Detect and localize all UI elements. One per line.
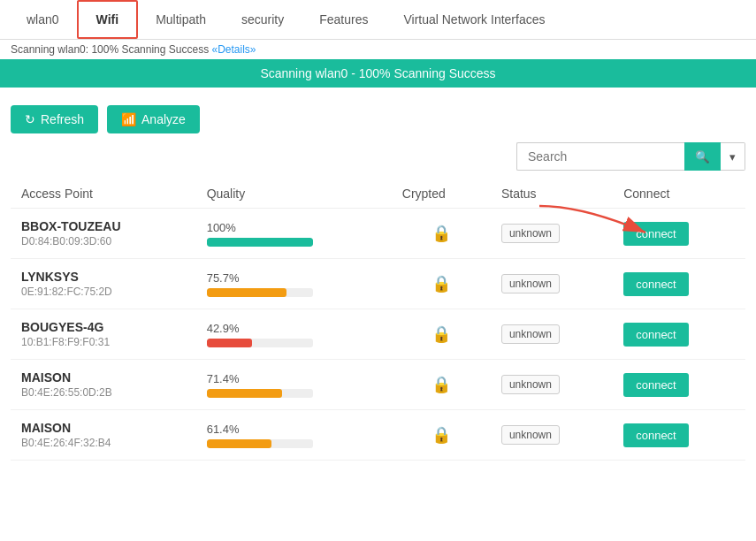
quality-cell: 100%: [196, 209, 392, 259]
table-row: MAISONB0:4E:26:4F:32:B4 61.4% 🔒unknownco…: [11, 410, 745, 461]
toolbar: ↻ Refresh 📶 Analyze: [0, 96, 756, 142]
search-button[interactable]: 🔍: [684, 142, 721, 171]
col-header-status: Status: [491, 179, 613, 209]
status-cell: unknown: [491, 209, 613, 259]
quality-bar-bg: [207, 439, 313, 448]
connect-cell: connect: [613, 410, 745, 461]
status-cell: unknown: [491, 410, 613, 461]
lock-icon: 🔒: [402, 274, 480, 293]
search-icon: 🔍: [695, 150, 710, 164]
quality-bar: [207, 339, 252, 347]
quality-bar-bg: [207, 389, 313, 398]
crypted-cell: 🔒: [392, 259, 491, 309]
table-wrapper: Access Point Quality Crypted Status Conn…: [0, 179, 756, 461]
details-link[interactable]: «Details»: [212, 43, 256, 56]
access-point-cell: MAISONB0:4E:26:4F:32:B4: [11, 410, 196, 461]
crypted-cell: 🔒: [392, 209, 491, 259]
crypted-cell: 🔒: [392, 360, 491, 410]
col-header-connect: Connect: [613, 179, 745, 209]
quality-bar-bg: [207, 238, 313, 247]
analyze-button[interactable]: 📶 Analyze: [107, 105, 200, 133]
ap-mac: 10:B1:F8:F9:F0:31: [21, 336, 186, 348]
ap-name: MAISON: [21, 421, 186, 435]
ap-mac: D0:84:B0:09:3D:60: [21, 235, 186, 248]
access-point-cell: BBOX-TOUZEAUD0:84:B0:09:3D:60: [11, 209, 196, 259]
col-header-ap: Access Point: [11, 179, 196, 209]
quality-bar: [207, 389, 283, 398]
ap-name: BOUGYES-4G: [21, 320, 186, 334]
col-header-crypted: Crypted: [392, 179, 491, 209]
quality-cell: 71.4%: [196, 360, 392, 410]
table-row: LYNKSYS0E:91:82:FC:75:2D 75.7% 🔒unknownc…: [11, 259, 745, 309]
status-badge: unknown: [501, 425, 560, 445]
scanning-banner: Scanning wlan0 - 100% Scanning Success: [0, 59, 756, 88]
connect-button[interactable]: connect: [623, 323, 689, 347]
ap-mac: B0:4E:26:55:0D:2B: [21, 386, 186, 399]
lock-icon: 🔒: [402, 375, 480, 394]
chevron-down-icon: ▾: [729, 150, 736, 164]
quality-percent: 42.9%: [207, 322, 381, 335]
connect-cell: connect: [613, 309, 745, 360]
connect-button[interactable]: connect: [623, 222, 689, 246]
table-row: BOUGYES-4G10:B1:F8:F9:F0:31 42.9% 🔒unkno…: [11, 309, 745, 360]
lock-icon: 🔒: [402, 224, 480, 243]
status-badge: unknown: [501, 274, 560, 293]
connect-cell: connect: [613, 360, 745, 410]
ap-name: BBOX-TOUZEAU: [21, 219, 186, 233]
status-badge: unknown: [501, 324, 560, 344]
access-point-cell: MAISONB0:4E:26:55:0D:2B: [11, 360, 196, 410]
status-cell: unknown: [491, 309, 613, 360]
tab-security[interactable]: security: [224, 2, 302, 37]
tab-wlan0[interactable]: wlan0: [9, 2, 77, 37]
ap-mac: 0E:91:82:FC:75:2D: [21, 286, 186, 298]
quality-percent: 61.4%: [207, 423, 381, 436]
crypted-cell: 🔒: [392, 309, 491, 360]
tab-bar: wlan0 Wifi Multipath security Features V…: [0, 0, 756, 40]
connect-button[interactable]: connect: [623, 272, 689, 296]
ap-mac: B0:4E:26:4F:32:B4: [21, 437, 186, 449]
ap-name: LYNKSYS: [21, 270, 186, 284]
quality-cell: 42.9%: [196, 309, 392, 360]
wifi-table: Access Point Quality Crypted Status Conn…: [11, 179, 745, 461]
connect-cell: connect: [613, 209, 745, 259]
table-row: MAISONB0:4E:26:55:0D:2B 71.4% 🔒unknownco…: [11, 360, 745, 410]
lock-icon: 🔒: [402, 324, 480, 344]
table-row: BBOX-TOUZEAUD0:84:B0:09:3D:60 100% 🔒unkn…: [11, 209, 745, 259]
search-dropdown-button[interactable]: ▾: [721, 142, 745, 171]
col-header-quality: Quality: [196, 179, 392, 209]
search-input[interactable]: [516, 142, 684, 171]
quality-cell: 61.4%: [196, 410, 392, 461]
lock-icon: 🔒: [402, 425, 480, 445]
scanning-line: Scanning wlan0: 100% Scanning Success «D…: [0, 40, 756, 59]
quality-bar-bg: [207, 339, 313, 347]
access-point-cell: LYNKSYS0E:91:82:FC:75:2D: [11, 259, 196, 309]
quality-percent: 100%: [207, 221, 381, 234]
crypted-cell: 🔒: [392, 410, 491, 461]
ap-name: MAISON: [21, 370, 186, 385]
status-badge: unknown: [501, 224, 560, 243]
quality-cell: 75.7%: [196, 259, 392, 309]
connect-cell: connect: [613, 259, 745, 309]
wifi-icon: 📶: [121, 112, 136, 126]
status-badge: unknown: [501, 375, 560, 394]
connect-button[interactable]: connect: [623, 423, 689, 447]
refresh-button[interactable]: ↻ Refresh: [11, 105, 98, 133]
quality-bar: [207, 288, 287, 297]
connect-button[interactable]: connect: [623, 373, 689, 397]
status-cell: unknown: [491, 259, 613, 309]
tab-virtual-network[interactable]: Virtual Network Interfaces: [386, 2, 562, 37]
quality-bar-bg: [207, 288, 313, 297]
status-cell: unknown: [491, 360, 613, 410]
quality-percent: 75.7%: [207, 271, 381, 285]
search-area: 🔍 ▾: [0, 142, 756, 179]
access-point-cell: BOUGYES-4G10:B1:F8:F9:F0:31: [11, 309, 196, 360]
tab-wifi[interactable]: Wifi: [77, 0, 139, 39]
quality-percent: 71.4%: [207, 372, 381, 385]
tab-multipath[interactable]: Multipath: [138, 2, 224, 37]
quality-bar: [207, 238, 313, 247]
refresh-icon: ↻: [25, 112, 35, 126]
tab-features[interactable]: Features: [302, 2, 386, 37]
quality-bar: [207, 439, 272, 448]
